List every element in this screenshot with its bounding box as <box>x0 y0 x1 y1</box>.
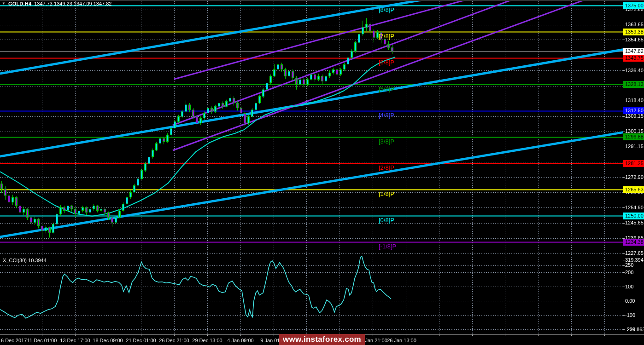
murrey-level-label: [1/8]P <box>379 190 394 198</box>
price-level-badge: 1296.88 <box>623 133 644 140</box>
symbol-dropdown-icon[interactable]: ▼ <box>2 1 6 6</box>
cci-tick-label: -100 <box>625 312 635 318</box>
price-level-badge: 1328.13 <box>623 81 644 88</box>
time-tick-label: 13 Dec 17:00 <box>60 337 90 344</box>
murrey-level-label: [0/8]P <box>379 217 394 224</box>
price-level-badge: 1343.75 <box>623 55 644 62</box>
trading-chart-window: ▼ GOLD,H4 1347.73 1349.23 1347.09 1347.8… <box>0 0 644 345</box>
time-tick-label: 4 Jan 09:00 <box>227 337 254 344</box>
indicator-label: X_CCI(30) 10.3944 <box>3 258 47 263</box>
time-tick-label: 18 Dec 09:00 <box>93 337 123 344</box>
time-tick-label: 11 Dec 01:00 <box>27 337 57 344</box>
time-tick-label: 26 Jan 13:00 <box>387 337 416 344</box>
symbol-timeframe: GOLD,H4 <box>8 1 31 6</box>
price-tick-label: 1291.15 <box>625 144 644 150</box>
price-tick-label: 1227.65 <box>625 250 644 256</box>
watermark-text: www.instaforex.com <box>283 335 361 344</box>
price-level-badge: 1359.38 <box>623 29 644 35</box>
cci-tick-label: 250 <box>625 262 633 268</box>
ohlc-values: 1347.73 1349.23 1347.09 1347.82 <box>34 1 111 6</box>
price-level-badge: 1281.25 <box>623 160 644 167</box>
murrey-level-label: [2/8]P <box>379 164 394 172</box>
price-tick-label: 1363.65 <box>625 22 644 28</box>
price-tick-label: 1309.15 <box>625 113 644 119</box>
cci-tick-label: 100 <box>625 284 633 290</box>
price-level-badge: 1375.00 <box>623 2 644 9</box>
chart-canvas[interactable] <box>0 0 644 345</box>
murrey-level-label: [5/8]P <box>379 86 394 93</box>
price-tick-label: 1272.90 <box>625 174 644 180</box>
murrey-level-label: [7/8]P <box>379 33 394 40</box>
time-tick-label: 29 Dec 13:00 <box>192 337 222 344</box>
chart-title: ▼ GOLD,H4 1347.73 1349.23 1347.09 1347.8… <box>2 0 111 6</box>
price-tick-label: 1354.65 <box>625 37 644 43</box>
cci-tick-label: -229.8631 <box>625 327 644 333</box>
murrey-level-label: [8/8]P <box>379 6 394 14</box>
price-tick-label: 1318.40 <box>625 98 644 104</box>
price-level-badge: 1250.00 <box>623 213 644 219</box>
price-tick-label: 1336.40 <box>625 68 644 74</box>
cci-tick-label: 200 <box>625 270 633 276</box>
time-tick-label: 21 Dec 01:00 <box>126 337 156 344</box>
murrey-level-label: [3/8]P <box>379 138 394 145</box>
price-tick-label: 1254.90 <box>625 205 644 211</box>
murrey-level-label: [4/8]P <box>379 112 394 119</box>
price-level-badge: 1265.63 <box>623 186 644 193</box>
price-level-badge: 1347.82 <box>623 48 644 55</box>
price-level-badge: 1312.50 <box>623 107 644 114</box>
murrey-level-label: [-1/8]P <box>379 243 396 250</box>
time-tick-label: 26 Dec 21:00 <box>159 337 189 344</box>
price-level-badge: 1234.38 <box>623 239 644 246</box>
price-tick-label: 1245.65 <box>625 220 644 226</box>
time-tick-label: 6 Dec 2017 <box>1 337 27 344</box>
murrey-level-label: [6/8]P <box>379 59 394 66</box>
watermark: www.instaforex.com <box>279 334 365 345</box>
cci-tick-label: 0.00 <box>625 298 635 304</box>
